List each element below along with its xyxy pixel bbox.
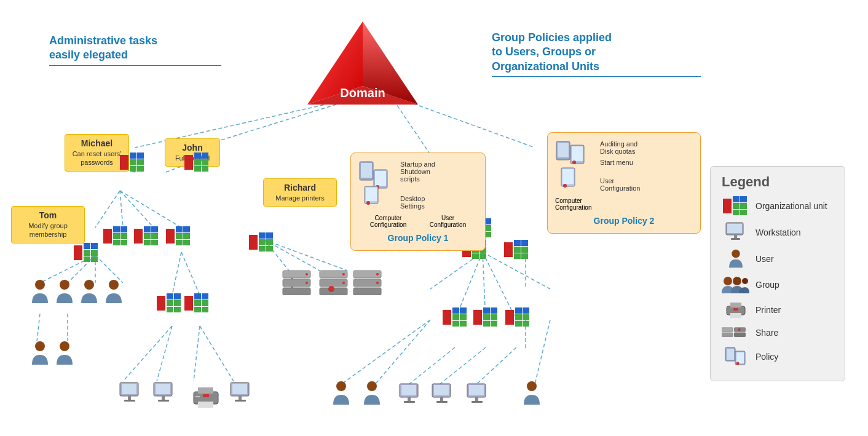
legend-group-icon: [722, 275, 749, 295]
svg-rect-245: [736, 352, 744, 363]
svg-line-20: [264, 240, 347, 271]
svg-rect-103: [202, 307, 208, 312]
svg-rect-220: [733, 203, 740, 209]
svg-rect-102: [194, 307, 201, 312]
svg-rect-82: [91, 256, 98, 262]
svg-rect-176: [469, 385, 484, 395]
ou-icon-right3: [504, 240, 530, 262]
svg-point-146: [35, 280, 45, 290]
svg-rect-80: [91, 250, 98, 256]
svg-point-209: [366, 201, 370, 205]
svg-rect-42: [130, 153, 136, 159]
svg-rect-62: [134, 229, 143, 244]
svg-rect-127: [452, 314, 459, 320]
legend-policy-icon: [722, 346, 749, 367]
svg-line-16: [172, 252, 181, 295]
svg-rect-78: [84, 250, 90, 256]
gp2-computer-label: ComputerConfiguration: [555, 197, 693, 211]
svg-rect-74: [176, 240, 183, 245]
legend-share-label: Share: [756, 328, 778, 338]
gp1-desktop-label: DesktopSettings: [400, 195, 435, 210]
legend-row-printer: Printer: [722, 301, 834, 319]
gp2-user-label: UserConfiguration: [600, 177, 640, 192]
svg-rect-205: [375, 171, 386, 186]
svg-rect-211: [558, 143, 569, 157]
svg-rect-228: [731, 238, 740, 240]
svg-rect-180: [198, 387, 213, 394]
svg-rect-131: [460, 321, 467, 327]
domain-triangle: Domain: [301, 18, 424, 110]
svg-rect-58: [120, 226, 127, 232]
legend-workstation-label: Workstation: [756, 228, 801, 237]
user-icon-r2: [363, 381, 381, 408]
legend-printer-icon: [722, 301, 749, 319]
legend-user-label: User: [756, 254, 774, 264]
svg-rect-138: [491, 321, 497, 327]
svg-rect-240: [734, 333, 745, 337]
user-icon-2: [55, 280, 74, 307]
user-icon-r1: [332, 381, 350, 408]
tom-box: Tom Modify group membership: [11, 206, 85, 244]
svg-line-6: [95, 191, 120, 228]
svg-point-232: [742, 278, 748, 284]
svg-rect-186: [283, 288, 310, 295]
svg-rect-67: [144, 240, 151, 245]
svg-rect-139: [505, 310, 514, 325]
svg-line-21: [123, 326, 172, 381]
svg-rect-218: [723, 199, 732, 213]
workstation-icon-3: [227, 381, 255, 408]
legend-workstation-icon: [722, 222, 749, 243]
svg-rect-46: [130, 166, 136, 172]
svg-rect-141: [515, 314, 522, 320]
svg-rect-52: [202, 159, 208, 165]
workstation-icon-2: [151, 381, 178, 408]
user-icon-r3: [523, 381, 541, 408]
svg-rect-90: [157, 296, 165, 311]
legend-group-label: Group: [756, 280, 779, 290]
svg-point-187: [306, 273, 308, 275]
svg-rect-99: [194, 300, 201, 306]
svg-rect-59: [120, 233, 127, 239]
svg-rect-71: [176, 233, 183, 239]
ou-icon-right-lower1: [443, 307, 468, 330]
svg-point-200: [376, 282, 379, 284]
svg-rect-219: [733, 196, 740, 202]
svg-rect-117: [479, 253, 486, 259]
svg-point-147: [60, 280, 69, 290]
svg-rect-76: [74, 245, 82, 260]
svg-rect-125: [443, 310, 451, 325]
svg-rect-213: [572, 146, 583, 161]
svg-rect-208: [366, 188, 377, 201]
svg-point-201: [328, 286, 334, 292]
svg-line-7: [120, 191, 123, 228]
svg-rect-158: [124, 400, 135, 402]
admin-tasks-title: Administrative tasks easily elegated: [49, 34, 221, 71]
svg-point-195: [342, 282, 345, 284]
gp2-startmenu-label: Start menu: [600, 159, 640, 166]
legend-printer-label: Printer: [756, 305, 781, 315]
svg-rect-156: [122, 384, 136, 394]
svg-rect-178: [471, 401, 483, 403]
legend-row-workstation: Workstation: [722, 222, 834, 243]
user-icon-4: [105, 280, 123, 307]
svg-rect-172: [434, 385, 449, 395]
svg-rect-120: [514, 247, 521, 253]
user-icon-6: [55, 341, 74, 368]
ou-icon-mid2: [134, 226, 160, 248]
user-icon-5: [31, 341, 49, 368]
svg-rect-69: [166, 229, 175, 244]
group-policy-2-box: Auditing andDisk quotas Start menu UserC…: [547, 132, 701, 234]
svg-point-217: [563, 184, 567, 188]
svg-rect-41: [120, 155, 128, 170]
svg-rect-56: [113, 226, 120, 232]
svg-rect-100: [202, 293, 208, 299]
svg-rect-47: [137, 166, 144, 172]
svg-point-154: [527, 381, 537, 391]
svg-rect-83: [249, 235, 258, 250]
svg-rect-137: [483, 321, 490, 327]
svg-line-24: [200, 326, 234, 381]
svg-rect-182: [203, 394, 209, 397]
svg-rect-50: [194, 159, 201, 165]
svg-rect-224: [740, 210, 747, 215]
svg-rect-88: [259, 246, 266, 252]
